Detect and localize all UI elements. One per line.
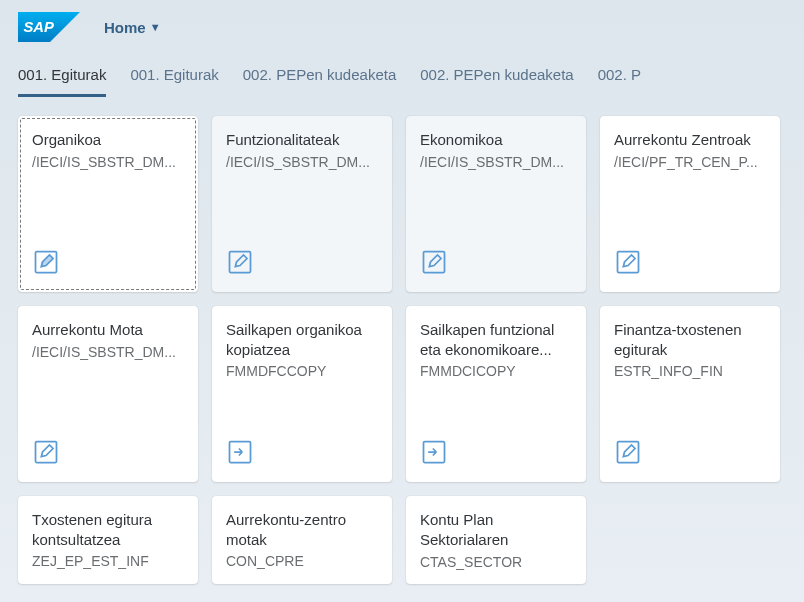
- edit-icon: [420, 248, 572, 280]
- svg-rect-5: [36, 442, 57, 463]
- tile-title: Aurrekontu-zentro motak: [226, 510, 378, 549]
- tile-subtitle: /IECI/IS_SBSTR_DM...: [32, 344, 184, 360]
- tile-aurrekontu-zentroak[interactable]: Aurrekontu Zentroak /IECI/PF_TR_CEN_P...: [600, 116, 780, 292]
- tile-subtitle: ZEJ_EP_EST_INF: [32, 553, 184, 569]
- tile-subtitle: CTAS_SECTOR: [420, 554, 572, 570]
- svg-rect-3: [424, 252, 445, 273]
- tile-title: Organikoa: [32, 130, 184, 150]
- tab-001-egiturak-1[interactable]: 001. Egiturak: [18, 58, 106, 97]
- home-dropdown[interactable]: Home ▼: [104, 19, 161, 36]
- import-icon: [226, 438, 378, 470]
- svg-rect-4: [618, 252, 639, 273]
- tile-title: Finantza-txostenen egiturak: [614, 320, 766, 359]
- tile-title: Txostenen egitura kontsultatzea: [32, 510, 184, 549]
- tile-subtitle: FMMDCICOPY: [420, 363, 572, 379]
- tile-organikoa[interactable]: Organikoa /IECI/IS_SBSTR_DM...: [18, 116, 198, 292]
- svg-rect-2: [230, 252, 251, 273]
- svg-rect-8: [618, 442, 639, 463]
- tile-subtitle: /IECI/IS_SBSTR_DM...: [420, 154, 572, 170]
- edit-icon: [32, 248, 184, 280]
- chevron-down-icon: ▼: [150, 21, 161, 33]
- tab-002-pepen-2[interactable]: 002. PEPen kudeaketa: [420, 58, 573, 97]
- tile-subtitle: FMMDFCCOPY: [226, 363, 378, 379]
- tile-grid: Organikoa /IECI/IS_SBSTR_DM... Funtziona…: [0, 98, 804, 602]
- tile-title: Aurrekontu Mota: [32, 320, 184, 340]
- tile-funtzionalitateak[interactable]: Funtzionalitateak /IECI/IS_SBSTR_DM...: [212, 116, 392, 292]
- tile-sailkapen-funtzional[interactable]: Sailkapen funtzional eta ekonomikoare...…: [406, 306, 586, 482]
- svg-text:SAP: SAP: [23, 19, 54, 35]
- edit-icon: [614, 248, 766, 280]
- tile-subtitle: CON_CPRE: [226, 553, 378, 569]
- edit-icon: [614, 438, 766, 470]
- tile-title: Aurrekontu Zentroak: [614, 130, 766, 150]
- tile-sailkapen-organikoa[interactable]: Sailkapen organikoa kopiatzea FMMDFCCOPY: [212, 306, 392, 482]
- import-icon: [420, 438, 572, 470]
- tile-subtitle: /IECI/IS_SBSTR_DM...: [226, 154, 378, 170]
- tile-aurrekontu-zentro-motak[interactable]: Aurrekontu-zentro motak CON_CPRE: [212, 496, 392, 584]
- tile-txostenen-egitura[interactable]: Txostenen egitura kontsultatzea ZEJ_EP_E…: [18, 496, 198, 584]
- tile-kontu-plan-sektorialaren[interactable]: Kontu Plan Sektorialaren Kontsulta CTAS_…: [406, 496, 586, 584]
- tile-subtitle: /IECI/PF_TR_CEN_P...: [614, 154, 766, 170]
- tile-subtitle: ESTR_INFO_FIN: [614, 363, 766, 379]
- home-label: Home: [104, 19, 146, 36]
- tile-title: Sailkapen organikoa kopiatzea: [226, 320, 378, 359]
- edit-icon: [226, 248, 378, 280]
- tab-002-p[interactable]: 002. P: [598, 58, 641, 97]
- edit-icon: [32, 438, 184, 470]
- tab-002-pepen-1[interactable]: 002. PEPen kudeaketa: [243, 58, 396, 97]
- tile-title: Sailkapen funtzional eta ekonomikoare...: [420, 320, 572, 359]
- tile-title: Kontu Plan Sektorialaren Kontsulta: [420, 510, 572, 550]
- header: SAP Home ▼: [0, 0, 804, 48]
- tile-ekonomikoa[interactable]: Ekonomikoa /IECI/IS_SBSTR_DM...: [406, 116, 586, 292]
- sap-logo: SAP: [18, 12, 80, 42]
- tile-aurrekontu-mota[interactable]: Aurrekontu Mota /IECI/IS_SBSTR_DM...: [18, 306, 198, 482]
- tile-finantza-txostenen[interactable]: Finantza-txostenen egiturak ESTR_INFO_FI…: [600, 306, 780, 482]
- tile-subtitle: /IECI/IS_SBSTR_DM...: [32, 154, 184, 170]
- tile-title: Funtzionalitateak: [226, 130, 378, 150]
- tile-title: Ekonomikoa: [420, 130, 572, 150]
- tab-001-egiturak-2[interactable]: 001. Egiturak: [130, 58, 218, 97]
- tabs-bar: 001. Egiturak 001. Egiturak 002. PEPen k…: [0, 48, 804, 98]
